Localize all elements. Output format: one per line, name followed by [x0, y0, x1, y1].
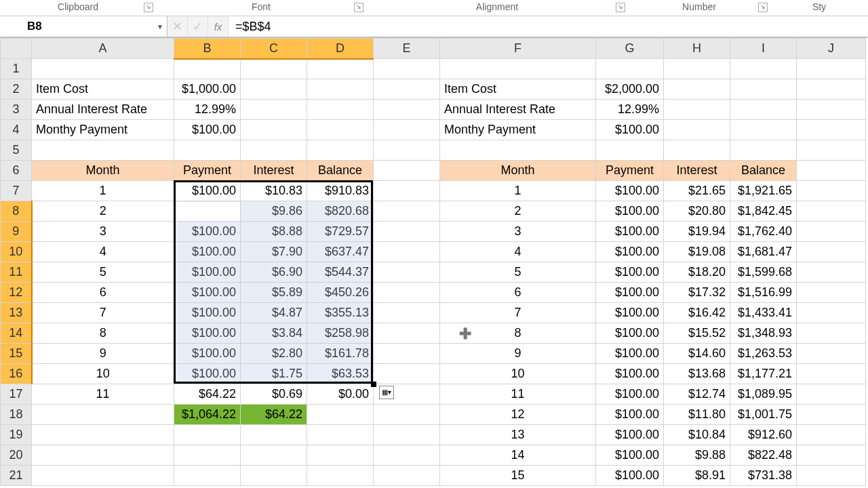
- cell-G21[interactable]: $100.00: [596, 466, 664, 486]
- cell-F10[interactable]: 4: [440, 242, 596, 262]
- cell-J8[interactable]: [797, 201, 866, 222]
- cell-H4[interactable]: [664, 120, 730, 140]
- cell-D16[interactable]: $63.53: [307, 364, 374, 384]
- row-header-4[interactable]: 4: [1, 120, 32, 140]
- cell-G8[interactable]: $100.00: [596, 201, 664, 222]
- cell-G9[interactable]: $100.00: [596, 222, 664, 242]
- cell-F20[interactable]: 14: [440, 445, 596, 466]
- cell-A3[interactable]: Annual Interest Rate: [32, 100, 174, 120]
- cell-A1[interactable]: [32, 59, 174, 79]
- cell-I15[interactable]: $1,263.53: [730, 344, 797, 364]
- cell-E4[interactable]: [374, 120, 440, 140]
- cell-F9[interactable]: 3: [440, 222, 596, 242]
- cell-J10[interactable]: [797, 242, 866, 262]
- row-header-20[interactable]: 20: [1, 445, 32, 466]
- cell-H8[interactable]: $20.80: [664, 201, 730, 222]
- cell-F5[interactable]: [440, 140, 596, 161]
- cell-C1[interactable]: [241, 59, 307, 79]
- row-header-5[interactable]: 5: [1, 140, 32, 161]
- cell-J14[interactable]: [797, 323, 866, 344]
- cell-D10[interactable]: $637.47: [307, 242, 374, 262]
- cell-B6[interactable]: Payment: [174, 161, 241, 181]
- row-header-2[interactable]: 2: [1, 79, 32, 100]
- cell-A11[interactable]: 5: [32, 262, 174, 283]
- row-header-16[interactable]: 16: [1, 364, 32, 384]
- row-header-13[interactable]: 13: [1, 303, 32, 323]
- cell-I4[interactable]: [730, 120, 797, 140]
- cell-J12[interactable]: [797, 283, 866, 303]
- cell-B16[interactable]: $100.00: [174, 364, 241, 384]
- cell-B20[interactable]: [174, 445, 241, 466]
- cell-A5[interactable]: [32, 140, 174, 161]
- cell-C20[interactable]: [241, 445, 307, 466]
- cell-F12[interactable]: 6: [440, 283, 596, 303]
- cell-J6[interactable]: [797, 161, 866, 181]
- cell-C21[interactable]: [241, 466, 307, 486]
- cell-H21[interactable]: $8.91: [664, 466, 730, 486]
- cell-H16[interactable]: $13.68: [664, 364, 730, 384]
- row-header-18[interactable]: 18: [1, 405, 32, 425]
- row-header-17[interactable]: 17: [1, 384, 32, 405]
- cell-C8[interactable]: $9.86: [241, 201, 307, 222]
- cell-B4[interactable]: $100.00: [174, 120, 241, 140]
- row-header-21[interactable]: 21: [1, 466, 32, 486]
- cell-A20[interactable]: [32, 445, 174, 466]
- cell-J1[interactable]: [797, 59, 866, 79]
- cell-I17[interactable]: $1,089.95: [730, 384, 797, 405]
- cell-D12[interactable]: $450.26: [307, 283, 374, 303]
- cell-H19[interactable]: $10.84: [664, 425, 730, 445]
- column-header-J[interactable]: J: [797, 39, 866, 59]
- dialog-launcher-icon[interactable]: ↘: [616, 3, 625, 12]
- cell-I19[interactable]: $912.60: [730, 425, 797, 445]
- cell-E7[interactable]: [374, 181, 440, 201]
- cell-B11[interactable]: $100.00: [174, 262, 241, 283]
- cell-E19[interactable]: [374, 425, 440, 445]
- cell-F2[interactable]: Item Cost: [440, 79, 596, 100]
- cell-D6[interactable]: Balance: [307, 161, 374, 181]
- cell-G4[interactable]: $100.00: [596, 120, 664, 140]
- cell-A9[interactable]: 3: [32, 222, 174, 242]
- cell-E14[interactable]: [374, 323, 440, 344]
- row-header-19[interactable]: 19: [1, 425, 32, 445]
- cell-G11[interactable]: $100.00: [596, 262, 664, 283]
- cell-F1[interactable]: [440, 59, 596, 79]
- cell-E9[interactable]: [374, 222, 440, 242]
- cell-I11[interactable]: $1,599.68: [730, 262, 797, 283]
- cell-C4[interactable]: [241, 120, 307, 140]
- dropdown-arrow-icon[interactable]: ▼: [153, 23, 167, 30]
- cell-C12[interactable]: $5.89: [241, 283, 307, 303]
- cell-C7[interactable]: $10.83: [241, 181, 307, 201]
- row-header-11[interactable]: 11: [1, 262, 32, 283]
- cell-I20[interactable]: $822.48: [730, 445, 797, 466]
- cell-G10[interactable]: $100.00: [596, 242, 664, 262]
- name-box[interactable]: B8 ▼: [0, 16, 167, 37]
- cell-J19[interactable]: [797, 425, 866, 445]
- cell-A4[interactable]: Monthy Payment: [32, 120, 174, 140]
- column-header-A[interactable]: A: [32, 39, 174, 59]
- cell-E8[interactable]: [374, 201, 440, 222]
- cell-I16[interactable]: $1,177.21: [730, 364, 797, 384]
- cell-B3[interactable]: 12.99%: [174, 100, 241, 120]
- cell-B7[interactable]: $100.00: [174, 181, 241, 201]
- cell-C10[interactable]: $7.90: [241, 242, 307, 262]
- cell-D21[interactable]: [307, 466, 374, 486]
- cell-C18[interactable]: $64.22: [241, 405, 307, 425]
- cell-I10[interactable]: $1,681.47: [730, 242, 797, 262]
- cell-I7[interactable]: $1,921.65: [730, 181, 797, 201]
- cell-H9[interactable]: $19.94: [664, 222, 730, 242]
- cell-F14[interactable]: 8: [440, 323, 596, 344]
- dialog-launcher-icon[interactable]: ↘: [758, 3, 768, 12]
- cell-C15[interactable]: $2.80: [241, 344, 307, 364]
- cell-H6[interactable]: Interest: [664, 161, 730, 181]
- row-header-1[interactable]: 1: [1, 59, 32, 79]
- ribbon-group-styles[interactable]: Sty: [770, 0, 868, 16]
- cell-G18[interactable]: $100.00: [596, 405, 664, 425]
- cell-A14[interactable]: 8: [32, 323, 174, 344]
- cell-A17[interactable]: 11: [32, 384, 174, 405]
- cell-G14[interactable]: $100.00: [596, 323, 664, 344]
- cell-D8[interactable]: $820.68: [307, 201, 374, 222]
- cell-H11[interactable]: $18.20: [664, 262, 730, 283]
- cell-G2[interactable]: $2,000.00: [596, 79, 664, 100]
- cell-G13[interactable]: $100.00: [596, 303, 664, 323]
- cell-D14[interactable]: $258.98: [307, 323, 374, 344]
